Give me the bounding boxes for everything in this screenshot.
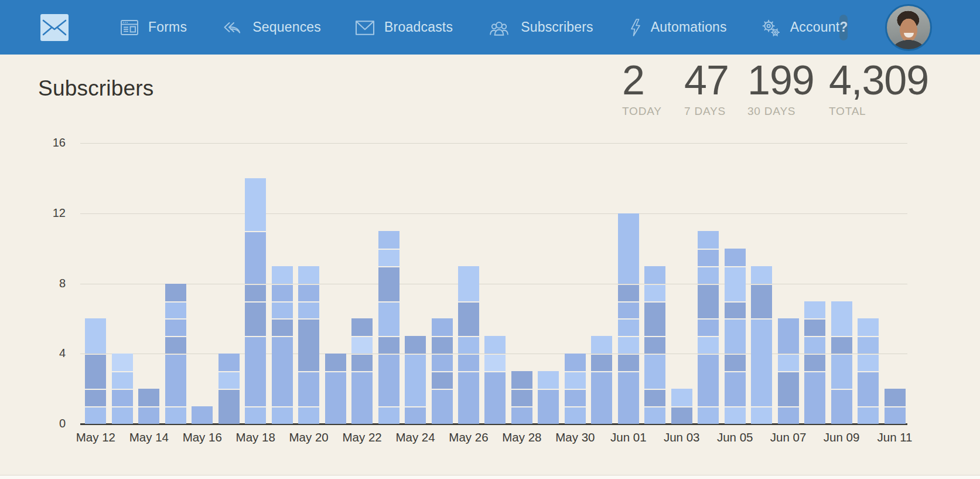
bar-segment[interactable]	[378, 250, 399, 266]
bar-segment[interactable]	[725, 407, 746, 424]
bar-segment[interactable]	[725, 267, 746, 301]
bar-segment[interactable]	[378, 355, 399, 406]
bar-segment[interactable]	[458, 266, 479, 301]
bar-jun-03[interactable]	[671, 389, 692, 424]
bar-segment[interactable]	[698, 267, 719, 284]
bar-segment[interactable]	[751, 320, 772, 406]
bar-segment[interactable]	[885, 389, 906, 406]
bar-segment[interactable]	[725, 355, 746, 371]
bar-may-26[interactable]	[458, 266, 479, 424]
bar-segment[interactable]	[511, 390, 532, 406]
bar-segment[interactable]	[644, 337, 665, 354]
bar-jun-04[interactable]	[698, 231, 719, 424]
bar-segment[interactable]	[698, 250, 719, 266]
bar-segment[interactable]	[165, 284, 186, 301]
bar-segment[interactable]	[858, 407, 879, 424]
bar-segment[interactable]	[405, 336, 426, 354]
bar-segment[interactable]	[165, 337, 186, 354]
bar-segment[interactable]	[298, 266, 319, 284]
bar-segment[interactable]	[378, 231, 399, 249]
bar-segment[interactable]	[298, 285, 319, 301]
bar-segment[interactable]	[831, 301, 852, 337]
bar-segment[interactable]	[165, 303, 186, 319]
bar-segment[interactable]	[378, 267, 399, 301]
bar-jun-06[interactable]	[751, 266, 772, 424]
bar-jun-11[interactable]	[885, 389, 906, 424]
bar-segment[interactable]	[565, 407, 586, 424]
bar-segment[interactable]	[484, 355, 506, 371]
bar-segment[interactable]	[591, 336, 612, 354]
bar-jun-09[interactable]	[831, 301, 852, 424]
bar-segment[interactable]	[272, 337, 293, 406]
bar-segment[interactable]	[85, 407, 106, 424]
bar-segment[interactable]	[112, 354, 133, 371]
bar-segment[interactable]	[804, 301, 825, 319]
bar-may-19[interactable]	[272, 266, 293, 424]
bar-segment[interactable]	[858, 337, 879, 354]
bar-segment[interactable]	[272, 407, 293, 424]
bar-segment[interactable]	[245, 407, 266, 424]
bar-segment[interactable]	[298, 407, 319, 424]
bar-segment[interactable]	[432, 390, 453, 424]
bar-segment[interactable]	[405, 407, 426, 424]
bar-segment[interactable]	[484, 336, 506, 354]
bar-segment[interactable]	[218, 390, 240, 424]
bar-segment[interactable]	[458, 337, 479, 354]
bar-segment[interactable]	[725, 303, 746, 319]
bar-segment[interactable]	[725, 249, 746, 266]
bar-segment[interactable]	[298, 372, 319, 406]
bar-may-14[interactable]	[138, 389, 159, 424]
bar-segment[interactable]	[112, 372, 133, 389]
bar-segment[interactable]	[618, 213, 639, 284]
bar-segment[interactable]	[565, 354, 586, 371]
bar-may-28[interactable]	[511, 371, 532, 424]
bar-segment[interactable]	[698, 285, 719, 319]
bar-segment[interactable]	[538, 371, 559, 389]
bar-segment[interactable]	[138, 407, 159, 424]
bar-may-31[interactable]	[591, 336, 612, 424]
bar-segment[interactable]	[618, 372, 639, 424]
bar-segment[interactable]	[778, 318, 799, 354]
bar-segment[interactable]	[858, 372, 879, 406]
bar-jun-10[interactable]	[858, 318, 879, 424]
bar-may-16[interactable]	[192, 406, 213, 424]
bar-segment[interactable]	[644, 285, 665, 301]
bar-jun-05[interactable]	[725, 249, 746, 424]
bar-segment[interactable]	[511, 407, 532, 424]
bar-segment[interactable]	[432, 372, 453, 389]
bar-may-12[interactable]	[85, 318, 106, 424]
bar-segment[interactable]	[458, 355, 479, 371]
bar-segment[interactable]	[405, 355, 426, 406]
bar-may-25[interactable]	[432, 318, 453, 424]
bar-segment[interactable]	[565, 372, 586, 389]
bar-segment[interactable]	[165, 355, 186, 406]
bar-segment[interactable]	[671, 407, 692, 424]
bar-jun-01[interactable]	[618, 213, 639, 424]
bar-may-22[interactable]	[351, 318, 373, 424]
bar-jun-07[interactable]	[778, 318, 799, 424]
bar-segment[interactable]	[245, 285, 266, 301]
bar-segment[interactable]	[725, 320, 746, 354]
bar-segment[interactable]	[804, 372, 825, 424]
bar-segment[interactable]	[698, 407, 719, 424]
bar-segment[interactable]	[245, 303, 266, 337]
bar-segment[interactable]	[165, 320, 186, 336]
bar-segment[interactable]	[698, 355, 719, 406]
bar-segment[interactable]	[325, 372, 346, 424]
bar-segment[interactable]	[804, 337, 825, 354]
bar-segment[interactable]	[138, 389, 159, 406]
bar-may-15[interactable]	[165, 284, 186, 424]
bar-segment[interactable]	[618, 303, 639, 319]
bar-may-30[interactable]	[565, 354, 586, 424]
bar-segment[interactable]	[245, 337, 266, 406]
bar-segment[interactable]	[804, 320, 825, 336]
bar-may-29[interactable]	[538, 371, 559, 424]
bar-segment[interactable]	[432, 318, 453, 336]
bar-segment[interactable]	[698, 231, 719, 249]
bar-segment[interactable]	[351, 355, 373, 371]
bar-segment[interactable]	[378, 337, 399, 354]
bar-segment[interactable]	[831, 337, 852, 354]
bar-segment[interactable]	[618, 320, 639, 336]
bar-segment[interactable]	[325, 354, 346, 371]
bar-segment[interactable]	[698, 320, 719, 336]
